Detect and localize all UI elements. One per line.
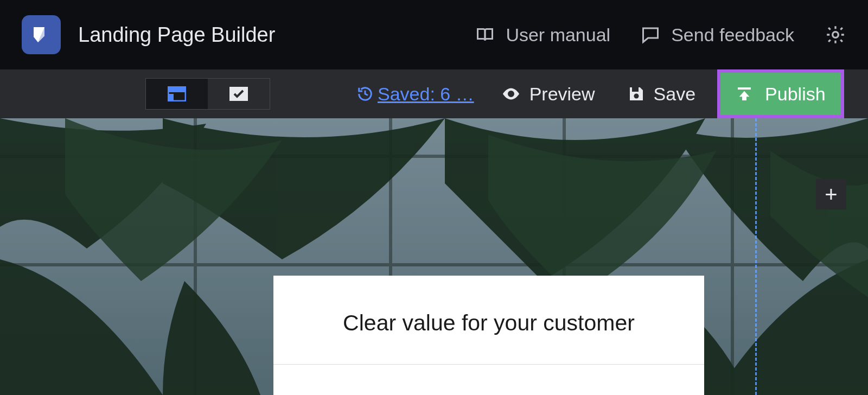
svg-point-5 (509, 92, 513, 95)
add-element-button[interactable]: + (816, 179, 846, 209)
preview-button[interactable]: Preview (496, 69, 601, 118)
editor-canvas[interactable]: + Clear value for your customer (0, 118, 868, 395)
headline-text: Clear value for your customer (273, 276, 704, 336)
svg-rect-6 (632, 87, 639, 92)
svg-point-7 (634, 93, 639, 98)
logo-icon (30, 24, 52, 46)
preview-label: Preview (529, 84, 595, 105)
save-button[interactable]: Save (622, 69, 701, 118)
book-icon (475, 25, 495, 44)
app-header: Landing Page Builder User manual Send fe… (0, 0, 868, 69)
send-feedback-link[interactable]: Send feedback (641, 24, 794, 46)
svg-rect-3 (168, 94, 174, 101)
publish-label: Publish (765, 84, 826, 105)
check-box-icon (229, 87, 248, 101)
vertical-guide (755, 118, 757, 395)
user-manual-label: User manual (506, 24, 610, 46)
chat-icon (641, 25, 660, 44)
card-divider (273, 364, 704, 365)
send-feedback-label: Send feedback (671, 24, 794, 46)
svg-rect-2 (168, 87, 186, 92)
save-icon (628, 85, 645, 103)
svg-rect-8 (738, 87, 751, 90)
svg-point-0 (833, 32, 839, 38)
user-manual-link[interactable]: User manual (475, 24, 610, 46)
editor-toolbar: Saved: 6 … Preview Save Publish (0, 69, 868, 118)
history-icon (357, 86, 373, 102)
view-mode-toggle (145, 78, 270, 110)
gear-icon (825, 24, 846, 46)
app-logo (22, 15, 61, 54)
plus-icon: + (825, 182, 837, 207)
settings-button[interactable] (825, 24, 846, 46)
save-label: Save (654, 84, 696, 105)
check-view-button[interactable] (208, 79, 270, 109)
publish-button[interactable]: Publish (717, 69, 844, 118)
headline-block[interactable]: Clear value for your customer (273, 276, 704, 395)
saved-label: Saved: 6 … (378, 84, 474, 105)
saved-history-link[interactable]: Saved: 6 … (357, 84, 474, 105)
upload-icon (736, 85, 753, 103)
layout-icon (168, 86, 186, 101)
eye-icon (501, 84, 521, 104)
app-title: Landing Page Builder (78, 23, 275, 47)
layout-view-button[interactable] (146, 79, 208, 109)
